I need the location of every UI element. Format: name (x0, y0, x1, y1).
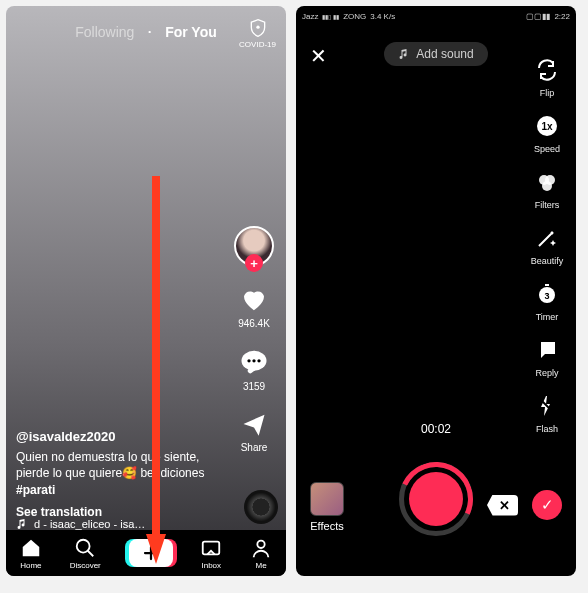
beautify-icon (535, 226, 559, 250)
svg-point-5 (77, 539, 90, 552)
bottom-nav: Home Discover Inbox Me (6, 530, 286, 576)
home-icon (20, 537, 42, 559)
engagement-rail: + 946.4K 3159 Share (230, 226, 278, 453)
username[interactable]: @isavaldez2020 (16, 428, 216, 446)
inbox-icon (200, 537, 222, 559)
nav-discover-label: Discover (70, 561, 101, 570)
flash-off-icon (535, 394, 559, 418)
svg-text:3: 3 (544, 291, 549, 301)
filters-icon (535, 170, 559, 194)
confirm-button[interactable]: ✓ (532, 490, 562, 520)
filters-label: Filters (535, 200, 560, 210)
like-button[interactable]: 946.4K (238, 284, 270, 329)
plus-icon (142, 544, 160, 562)
flip-button[interactable]: Flip (535, 58, 559, 98)
author-avatar[interactable]: + (234, 226, 274, 266)
nav-inbox-label: Inbox (202, 561, 222, 570)
record-tools-rail: Flip 1x Speed Filters Beautify 3 Timer R… (524, 58, 570, 434)
nav-me-label: Me (256, 561, 267, 570)
nav-home[interactable]: Home (20, 537, 42, 570)
reply-icon (535, 338, 559, 362)
comment-icon (239, 347, 269, 377)
clock: 2:22 (554, 12, 570, 21)
covid-badge[interactable]: COVID-19 (239, 18, 276, 49)
create-button[interactable] (129, 539, 173, 567)
record-screen: Jazz ▮▮▯ ▮▮ ZONG 3.4 K/s ▢▢▮▮ 2:22 ✕ Add… (296, 6, 576, 576)
beautify-button[interactable]: Beautify (531, 226, 564, 266)
timer-button[interactable]: 3 Timer (535, 282, 559, 322)
share-button[interactable]: Share (240, 410, 268, 453)
filters-button[interactable]: Filters (535, 170, 560, 210)
nav-discover[interactable]: Discover (70, 537, 101, 570)
svg-line-18 (539, 398, 555, 414)
svg-point-2 (247, 359, 250, 362)
tab-foryou[interactable]: For You (165, 24, 217, 40)
search-icon (74, 537, 96, 559)
share-icon (240, 410, 268, 438)
record-progress-arc (389, 452, 484, 547)
close-button[interactable]: ✕ (310, 44, 327, 68)
avatar-image: + (234, 226, 274, 266)
add-sound-label: Add sound (416, 47, 473, 61)
covid-label: COVID-19 (239, 40, 276, 49)
battery-icon: ▢▢▮▮ (526, 12, 550, 21)
flip-label: Flip (540, 88, 555, 98)
reply-label: Reply (535, 368, 558, 378)
flash-button[interactable]: Flash (535, 394, 559, 434)
svg-text:1x: 1x (541, 121, 553, 132)
delete-clip-button[interactable]: ✕ (487, 495, 518, 516)
nav-me[interactable]: Me (250, 537, 272, 570)
timer-icon: 3 (535, 282, 559, 306)
add-sound-button[interactable]: Add sound (384, 42, 487, 66)
speed-button[interactable]: 1x Speed (534, 114, 560, 154)
shield-icon (248, 18, 268, 38)
sound-text: d - isaac_eliceo - isa… (34, 518, 145, 530)
tab-following[interactable]: Following (75, 24, 134, 40)
speed-icon: 1x (535, 114, 559, 138)
data-rate: 3.4 K/s (370, 12, 395, 21)
svg-point-7 (257, 540, 264, 547)
caption-line2: pierde lo que quiere🥰 bendiciones (16, 466, 204, 480)
caption-block: @isavaldez2020 Quien no demuestra lo que… (16, 428, 216, 520)
beautify-label: Beautify (531, 256, 564, 266)
svg-point-4 (257, 359, 260, 362)
feed-tabs: Following • For You COVID-19 (6, 6, 286, 46)
reply-button[interactable]: Reply (535, 338, 559, 378)
svg-point-14 (542, 181, 552, 191)
sound-row[interactable]: d - isaac_eliceo - isa… (16, 518, 216, 530)
signal-icon: ▮▮▯ ▮▮ (322, 13, 339, 20)
nav-inbox[interactable]: Inbox (200, 537, 222, 570)
like-count: 946.4K (238, 318, 270, 329)
nav-home-label: Home (20, 561, 41, 570)
carrier: Jazz (302, 12, 318, 21)
follow-plus-icon[interactable]: + (245, 254, 263, 272)
person-icon (250, 537, 272, 559)
svg-point-0 (256, 26, 259, 29)
caption-line1: Quien no demuestra lo que siente, (16, 450, 199, 464)
comment-count: 3159 (243, 381, 265, 392)
tab-separator: • (148, 25, 151, 39)
carrier2: ZONG (343, 12, 366, 21)
post-record-buttons: ✕ ✓ (487, 490, 562, 520)
feed-screen: Following • For You COVID-19 + 946.4K (6, 6, 286, 576)
share-label: Share (241, 442, 268, 453)
comment-button[interactable]: 3159 (239, 347, 269, 392)
status-bar: Jazz ▮▮▯ ▮▮ ZONG 3.4 K/s ▢▢▮▮ 2:22 (296, 6, 576, 24)
flip-icon (535, 58, 559, 82)
hashtag[interactable]: #parati (16, 483, 55, 497)
music-note-icon (398, 48, 410, 60)
svg-rect-6 (203, 541, 220, 554)
record-button[interactable] (399, 462, 473, 536)
sound-disc[interactable] (244, 490, 278, 524)
svg-point-3 (252, 359, 255, 362)
flash-label: Flash (536, 424, 558, 434)
music-note-icon (16, 518, 28, 530)
timer-label: Timer (536, 312, 559, 322)
speed-label: Speed (534, 144, 560, 154)
heart-icon (239, 284, 269, 314)
recording-timer: 00:02 (421, 422, 451, 436)
svg-rect-17 (545, 284, 549, 286)
